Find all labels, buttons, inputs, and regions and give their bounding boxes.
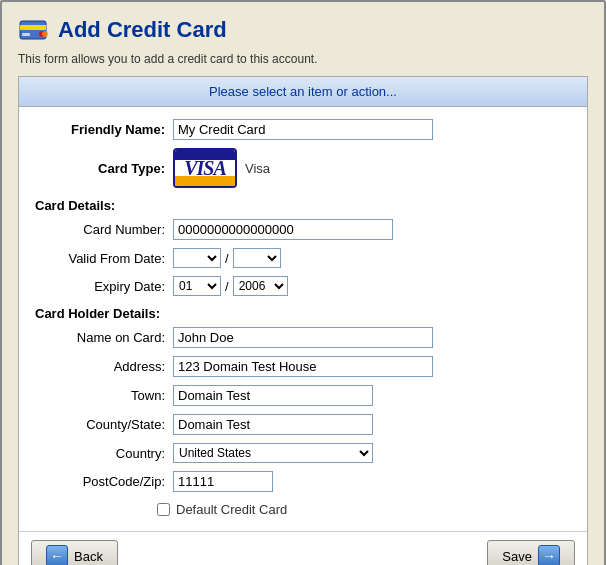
card-details-heading: Card Details: (35, 198, 587, 213)
expiry-date: 01 02 03 / 2006 2007 (173, 276, 288, 296)
expiry-year-select[interactable]: 2006 2007 (233, 276, 288, 296)
window-icon (18, 14, 50, 46)
country-row: Country: United States United Kingdom Ca… (35, 443, 571, 463)
expiry-date-row: Expiry Date: 01 02 03 / 2006 2007 (35, 276, 571, 296)
address-row: Address: (35, 356, 571, 377)
card-number-label: Card Number: (35, 222, 165, 237)
county-label: County/State: (35, 417, 165, 432)
save-label: Save (502, 549, 532, 564)
county-row: County/State: (35, 414, 571, 435)
back-label: Back (74, 549, 103, 564)
friendly-name-row: Friendly Name: (35, 119, 571, 140)
town-input[interactable] (173, 385, 373, 406)
svg-rect-2 (22, 33, 30, 36)
default-checkbox-row: Default Credit Card (157, 502, 587, 517)
expiry-date-label: Expiry Date: (35, 279, 165, 294)
name-input[interactable] (173, 327, 433, 348)
visa-logo: VISA (173, 148, 237, 188)
valid-from-label: Valid From Date: (35, 251, 165, 266)
title-bar: Add Credit Card (18, 14, 588, 46)
postcode-label: PostCode/Zip: (35, 474, 165, 489)
town-label: Town: (35, 388, 165, 403)
visa-text: VISA (184, 157, 226, 180)
save-arrow-icon: → (538, 545, 560, 565)
content-area: Please select an item or action... Frien… (18, 76, 588, 565)
add-credit-card-window: Add Credit Card This form allows you to … (0, 0, 606, 565)
footer-row: ← Back Save → (19, 531, 587, 565)
card-type-row: Card Type: VISA Visa (35, 148, 571, 188)
valid-from-row: Valid From Date: / (35, 248, 571, 268)
friendly-name-label: Friendly Name: (35, 122, 165, 137)
name-label: Name on Card: (35, 330, 165, 345)
page-title: Add Credit Card (58, 17, 227, 43)
subtitle: This form allows you to add a credit car… (18, 52, 588, 66)
action-bar: Please select an item or action... (19, 77, 587, 107)
address-label: Address: (35, 359, 165, 374)
back-button[interactable]: ← Back (31, 540, 118, 565)
county-input[interactable] (173, 414, 373, 435)
postcode-row: PostCode/Zip: (35, 471, 571, 492)
svg-rect-1 (20, 25, 46, 30)
card-holder-heading: Card Holder Details: (35, 306, 587, 321)
default-label[interactable]: Default Credit Card (176, 502, 287, 517)
default-checkbox[interactable] (157, 503, 170, 516)
expiry-month-select[interactable]: 01 02 03 (173, 276, 221, 296)
card-type-label: Card Type: (35, 161, 165, 176)
back-arrow-icon: ← (46, 545, 68, 565)
valid-from-year-select[interactable] (233, 248, 281, 268)
valid-from-month-select[interactable] (173, 248, 221, 268)
card-type-container: VISA Visa (173, 148, 270, 188)
card-number-input[interactable] (173, 219, 393, 240)
address-input[interactable] (173, 356, 433, 377)
town-row: Town: (35, 385, 571, 406)
save-button[interactable]: Save → (487, 540, 575, 565)
name-row: Name on Card: (35, 327, 571, 348)
country-label: Country: (35, 446, 165, 461)
card-number-row: Card Number: (35, 219, 571, 240)
country-select[interactable]: United States United Kingdom Canada (173, 443, 373, 463)
postcode-input[interactable] (173, 471, 273, 492)
svg-point-4 (42, 31, 48, 37)
valid-from-date: / (173, 248, 281, 268)
friendly-name-input[interactable] (173, 119, 433, 140)
card-type-name: Visa (245, 161, 270, 176)
